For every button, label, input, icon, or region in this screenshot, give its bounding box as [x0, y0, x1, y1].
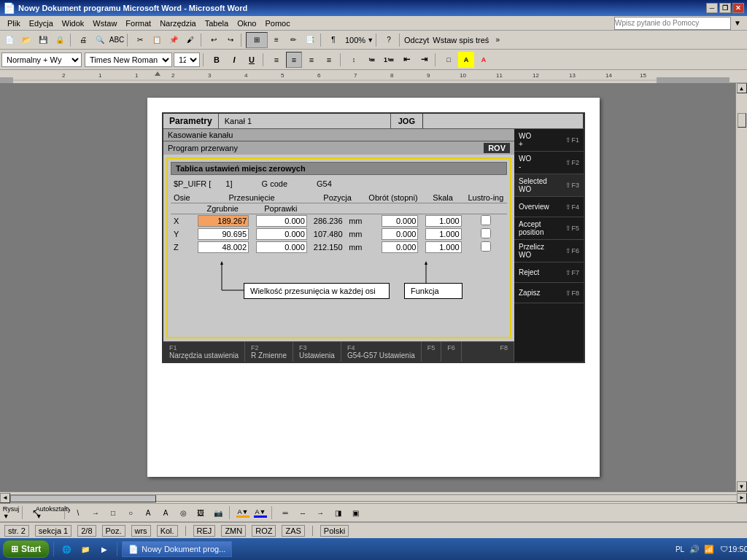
document-map-button[interactable]: 📑 — [302, 32, 318, 48]
systray-sound[interactable]: 🔊 — [689, 543, 700, 555]
undo-button[interactable]: ↩ — [206, 32, 222, 48]
systray-network[interactable]: 📶 — [703, 543, 715, 555]
menu-wstaw[interactable]: Wstaw — [88, 18, 121, 29]
z-poprawki-input[interactable] — [256, 241, 307, 253]
y-poprawki-input[interactable] — [256, 228, 307, 240]
cnc-f3-button[interactable]: F3 Ustawienia — [293, 342, 341, 362]
cnc-f8-button[interactable]: F8 — [494, 342, 514, 362]
paste-button[interactable]: 📌 — [166, 32, 182, 48]
menu-tabela[interactable]: Tabela — [201, 18, 233, 29]
align-center-button[interactable]: ≡ — [286, 52, 302, 68]
scroll-down-button[interactable]: ▼ — [737, 481, 747, 491]
cnc-f2-button[interactable]: F2 R Zmienne — [245, 342, 293, 362]
align-right-button[interactable]: ≡ — [303, 52, 320, 68]
clipart-button[interactable]: 🖼 — [193, 505, 209, 521]
font-select[interactable]: Times New Roman — [85, 52, 172, 67]
diagram-button[interactable]: ◎ — [175, 505, 191, 521]
y-lustro-check[interactable] — [481, 228, 491, 238]
z-obrot-input[interactable] — [382, 241, 418, 253]
z-skala-input[interactable] — [425, 241, 462, 253]
wo-plus-button[interactable]: WO+ ⇧F1 — [514, 129, 584, 152]
x-obrot-input[interactable] — [382, 215, 418, 227]
columns-button[interactable]: ≡ — [268, 32, 285, 48]
hscroll-thumb[interactable] — [10, 495, 156, 502]
y-zgrubnie-input[interactable] — [198, 228, 249, 240]
menu-narzedzia[interactable]: Narzędzia — [155, 18, 201, 29]
close-button[interactable]: ✕ — [732, 3, 744, 13]
save-button[interactable]: 💾 — [35, 32, 51, 48]
permissions-button[interactable]: 🔒 — [52, 32, 68, 48]
bullets-button[interactable]: ≔ — [363, 52, 379, 68]
cnc-f5-button[interactable]: F5 — [422, 342, 442, 362]
threed-button[interactable]: ▣ — [347, 505, 363, 521]
help-search-input[interactable] — [614, 17, 731, 30]
new-button[interactable]: 📄 — [1, 32, 18, 48]
x-lustro-check[interactable] — [481, 215, 491, 225]
cnc-f6-button[interactable]: F6 — [441, 342, 462, 362]
style-select[interactable]: Normalny + Wy — [1, 52, 82, 67]
picture-button[interactable]: 📷 — [210, 505, 226, 521]
align-left-button[interactable]: ≡ — [268, 52, 285, 68]
open-button[interactable]: 📂 — [18, 32, 34, 48]
fontcolor-button[interactable]: A — [476, 52, 492, 68]
restore-button[interactable]: ❐ — [719, 3, 731, 13]
quicklaunch-folder[interactable]: 📁 — [77, 541, 93, 557]
z-lustro-check[interactable] — [481, 241, 491, 252]
draw-select-button[interactable]: Rysuj ▼ — [3, 505, 19, 521]
more-button[interactable]: » — [489, 32, 506, 48]
drawing-button[interactable]: ✏ — [285, 32, 301, 48]
x-poprawki-input[interactable] — [256, 215, 307, 227]
menu-okno[interactable]: Okno — [233, 18, 260, 29]
format-painter-button[interactable]: 🖌 — [182, 32, 198, 48]
scroll-up-button[interactable]: ▲ — [737, 83, 747, 93]
fillcolor-button[interactable]: A▼ — [235, 505, 251, 521]
highlight-button[interactable]: A — [458, 52, 474, 68]
cut-button[interactable]: ✂ — [132, 32, 148, 48]
indent-marker[interactable] — [155, 71, 160, 76]
overview-button[interactable]: Overview ⇧F4 — [514, 197, 584, 217]
menu-widok[interactable]: Widok — [58, 18, 89, 29]
menu-plik[interactable]: Plik — [3, 18, 25, 29]
increase-indent-button[interactable]: ⇥ — [416, 52, 432, 68]
showformat-button[interactable]: ¶ — [325, 32, 341, 48]
cnc-f4-button[interactable]: F4 G54-G57 Ustawienia — [341, 342, 422, 362]
wordart-button[interactable]: A — [158, 505, 174, 521]
zoom-dropdown-icon[interactable]: ▼ — [367, 36, 374, 44]
rect-button[interactable]: □ — [105, 505, 121, 521]
shadow-button[interactable]: ◨ — [330, 505, 346, 521]
fontsize-select[interactable]: 12 — [174, 52, 200, 67]
linecolor-button[interactable]: A▼ — [252, 505, 268, 521]
line-spacing-button[interactable]: ↕ — [346, 52, 362, 68]
z-zgrubnie-input[interactable] — [198, 241, 249, 253]
start-button[interactable]: ⊞ Start — [3, 540, 49, 558]
wo-minus-button[interactable]: WO- ⇧F2 — [514, 152, 584, 174]
help-button[interactable]: ? — [381, 32, 397, 48]
scroll-right-button[interactable]: ► — [737, 493, 747, 503]
word-taskbar-item[interactable]: 📄 Nowy Dokument prog... — [122, 541, 232, 557]
x-zgrubnie-input[interactable] — [198, 215, 249, 227]
scroll-thumb[interactable] — [738, 113, 746, 128]
help-dropdown-icon[interactable]: ▼ — [734, 19, 741, 27]
print-button[interactable]: 🖨 — [75, 32, 91, 48]
cnc-f1-button[interactable]: F1 Narzędzia ustawienia — [163, 342, 245, 362]
textbox-button[interactable]: A — [140, 505, 156, 521]
vertical-scrollbar[interactable]: ▲ ▼ — [735, 83, 747, 491]
menu-pomoc[interactable]: Pomoc — [260, 18, 294, 29]
menu-edycja[interactable]: Edycja — [25, 18, 58, 29]
selected-wo-button[interactable]: SelectedWO ⇧F3 — [514, 174, 584, 197]
justify-button[interactable]: ≡ — [321, 52, 337, 68]
italic-button[interactable]: I — [226, 52, 242, 68]
numbering-button[interactable]: 1≔ — [381, 52, 397, 68]
przelicz-wo-button[interactable]: PrzeliczWO ⇧F6 — [514, 240, 584, 262]
y-obrot-input[interactable] — [382, 228, 418, 240]
underline-button[interactable]: U — [244, 52, 260, 68]
insert-table-button[interactable]: ⊞ — [246, 32, 268, 48]
menu-format[interactable]: Format — [121, 18, 155, 29]
horizontal-scrollbar[interactable]: ◄ ► — [0, 491, 747, 503]
linestyle-button[interactable]: ═ — [277, 505, 293, 521]
ellipse-button[interactable]: ○ — [123, 505, 139, 521]
border-button[interactable]: □ — [441, 52, 457, 68]
arrow-button[interactable]: → — [88, 505, 104, 521]
redo-button[interactable]: ↪ — [222, 32, 239, 48]
quicklaunch-media[interactable]: ▶ — [96, 541, 112, 557]
